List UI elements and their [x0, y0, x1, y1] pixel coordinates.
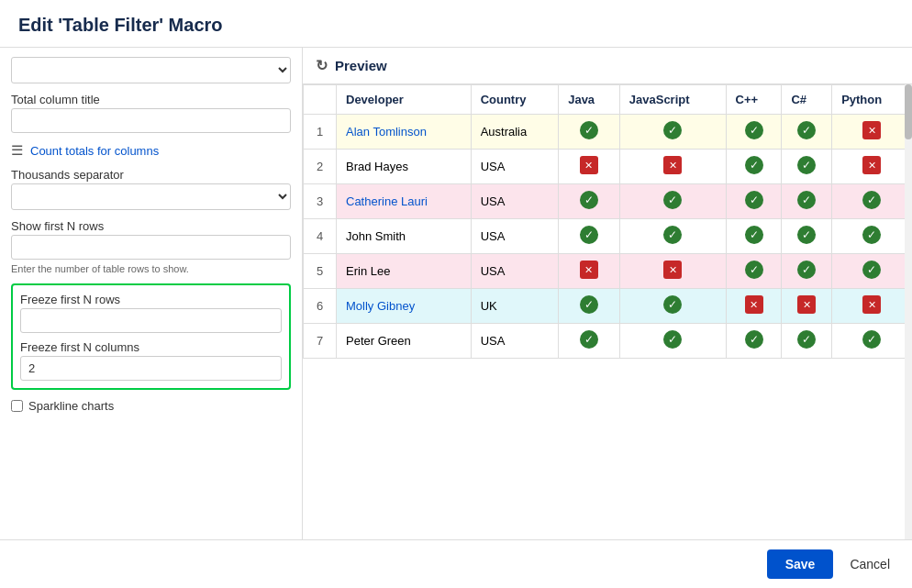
icon-cell	[782, 289, 832, 324]
icon-cell	[782, 219, 832, 254]
developer-name: John Smith	[337, 219, 472, 254]
col-csharp: C#	[782, 85, 832, 115]
icon-cell	[559, 219, 620, 254]
main-content: Total column title ☰ Count totals for co…	[0, 48, 912, 539]
main-dropdown[interactable]	[11, 57, 291, 83]
icon-cell	[726, 184, 782, 219]
country-name: USA	[471, 219, 559, 254]
col-python: Python	[832, 85, 912, 115]
show-first-n-rows-input[interactable]	[11, 235, 291, 260]
row-number: 4	[304, 219, 337, 254]
icon-cell	[559, 254, 620, 289]
count-totals-row[interactable]: ☰ Count totals for columns	[11, 142, 291, 159]
check-icon	[663, 226, 682, 244]
right-panel: ↻ Preview Developer Country Java JavaScr…	[303, 48, 912, 539]
developer-name: Catherine Lauri	[337, 184, 472, 219]
icon-cell	[619, 289, 726, 324]
check-icon	[580, 121, 598, 139]
cross-icon	[663, 261, 682, 279]
row-number: 7	[304, 324, 337, 359]
developer-name: Erin Lee	[337, 254, 472, 289]
developer-name: Peter Green	[337, 324, 472, 359]
row-number: 2	[304, 150, 337, 184]
table-row: 7Peter GreenUSA	[304, 324, 912, 359]
check-icon	[663, 121, 682, 139]
col-developer: Developer	[337, 85, 472, 115]
check-icon	[745, 226, 763, 244]
freeze-cols-input[interactable]	[20, 356, 282, 381]
right-scrollbar[interactable]	[905, 84, 912, 539]
table-row: 5Erin LeeUSA	[304, 254, 912, 289]
freeze-rows-input[interactable]	[20, 308, 282, 333]
icon-cell	[832, 150, 912, 184]
cross-icon	[663, 156, 682, 174]
icon-cell	[559, 115, 620, 150]
sparkline-row: Sparkline charts	[11, 399, 291, 413]
icon-cell	[726, 324, 782, 359]
icon-cell	[619, 115, 726, 150]
table-row: 1Alan TomlinsonAustralia	[304, 115, 912, 150]
thousands-separator-select[interactable]	[11, 183, 291, 210]
country-name: USA	[471, 150, 559, 184]
icon-cell	[559, 184, 620, 219]
developer-name: Molly Gibney	[337, 289, 472, 324]
show-first-n-rows-hint: Enter the number of table rows to show.	[11, 263, 291, 274]
icon-cell	[832, 184, 912, 219]
icon-cell	[832, 289, 912, 324]
dropdown-wrapper	[11, 57, 291, 83]
row-number: 1	[304, 115, 337, 150]
check-icon	[580, 330, 598, 349]
cross-icon	[580, 156, 598, 174]
icon-cell	[726, 254, 782, 289]
data-table: Developer Country Java JavaScript C++ C#…	[303, 84, 912, 359]
check-icon	[745, 330, 763, 349]
hamburger-icon: ☰	[11, 142, 23, 159]
footer-bar: Save Cancel	[0, 539, 912, 588]
icon-cell	[619, 184, 726, 219]
freeze-rows-group: Freeze first N rows	[20, 293, 282, 333]
total-column-title-group: Total column title	[11, 93, 291, 133]
icon-cell	[726, 289, 782, 324]
icon-cell	[726, 150, 782, 184]
cross-icon	[745, 295, 763, 314]
cancel-button[interactable]: Cancel	[842, 549, 897, 579]
freeze-section: Freeze first N rows Freeze first N colum…	[11, 283, 291, 390]
icon-cell	[619, 219, 726, 254]
show-first-n-rows-group: Show first N rows Enter the number of ta…	[11, 219, 291, 274]
col-cpp: C++	[726, 85, 782, 115]
icon-cell	[559, 324, 620, 359]
col-num	[304, 85, 337, 115]
icon-cell	[726, 219, 782, 254]
thousands-separator-label: Thousands separator	[11, 168, 291, 182]
count-totals-label: Count totals for columns	[30, 144, 159, 158]
check-icon	[663, 191, 682, 209]
icon-cell	[782, 115, 832, 150]
country-name: USA	[471, 184, 559, 219]
total-column-title-label: Total column title	[11, 93, 291, 106]
save-button[interactable]: Save	[767, 549, 834, 579]
check-icon	[797, 226, 816, 244]
check-icon	[745, 261, 763, 279]
row-number: 5	[304, 254, 337, 289]
total-column-title-input[interactable]	[11, 108, 291, 133]
check-icon	[580, 191, 598, 209]
table-row: 4John SmithUSA	[304, 219, 912, 254]
icon-cell	[559, 289, 620, 324]
check-icon	[862, 191, 881, 209]
country-name: USA	[471, 324, 559, 359]
sparkline-checkbox[interactable]	[11, 400, 23, 412]
check-icon	[580, 295, 598, 314]
row-number: 3	[304, 184, 337, 219]
check-icon	[797, 156, 816, 174]
scrollbar-thumb	[905, 84, 912, 139]
check-icon	[745, 121, 763, 139]
table-header-row: Developer Country Java JavaScript C++ C#…	[304, 85, 912, 115]
check-icon	[745, 191, 763, 209]
check-icon	[862, 261, 881, 279]
col-javascript: JavaScript	[619, 85, 726, 115]
freeze-cols-group: Freeze first N columns	[20, 340, 282, 381]
icon-cell	[832, 324, 912, 359]
page-title: Edit 'Table Filter' Macro	[18, 15, 894, 36]
refresh-icon[interactable]: ↻	[316, 57, 328, 74]
icon-cell	[782, 184, 832, 219]
